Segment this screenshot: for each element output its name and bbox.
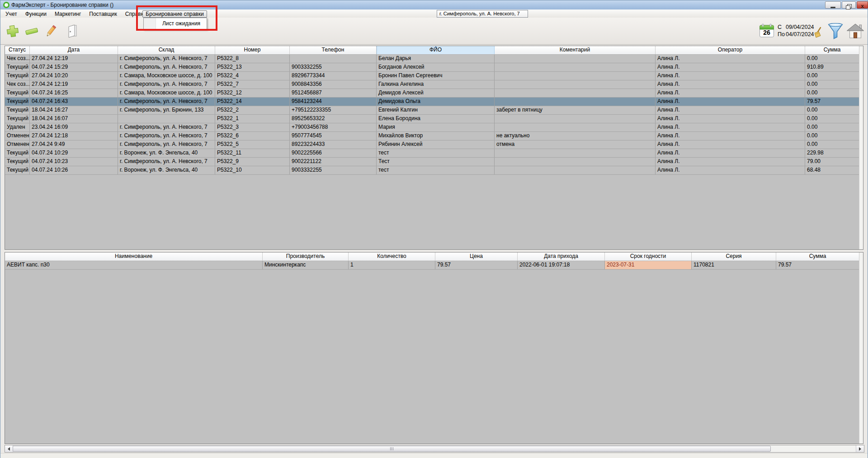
table-cell[interactable]: Текущий	[5, 106, 30, 114]
table-cell[interactable]: Алина Л.	[656, 89, 805, 97]
table-cell[interactable]: 9003332255	[290, 166, 377, 174]
table-cell[interactable]: г. Симферополь, ул. А. Невского, 7	[118, 123, 215, 131]
location-selector[interactable]: г. Симферополь, ул. А. Невского, 7	[437, 10, 528, 18]
table-cell[interactable]: Алина Л.	[656, 149, 805, 157]
table-cell[interactable]: г. Симферополь, ул. А. Невского, 7	[118, 132, 215, 140]
table-cell[interactable]: 0.00	[805, 140, 859, 149]
menu-item-list-ozhidaniya[interactable]: Лист ожидания	[156, 18, 207, 29]
table-row[interactable]: Чек соз...27.04.24 12:19г. Симферополь, …	[5, 55, 863, 63]
column-header[interactable]: ФИО	[377, 46, 495, 54]
table-cell[interactable]: P5322_10	[215, 166, 290, 174]
table-cell[interactable]: 89296773344	[290, 72, 377, 80]
table-cell[interactable]	[495, 80, 656, 89]
table-cell[interactable]: P5322_5	[215, 140, 290, 149]
column-header[interactable]: Склад	[118, 46, 215, 54]
add-button[interactable]	[4, 22, 21, 40]
table-cell[interactable]: Текущий	[5, 89, 30, 97]
table-cell[interactable]: 9002225566	[290, 149, 377, 157]
column-header[interactable]: Наименование	[5, 252, 263, 261]
minimize-button[interactable]	[825, 1, 841, 9]
table-cell[interactable]: Текущий	[5, 63, 30, 71]
table-cell[interactable]: Алина Л.	[656, 63, 805, 71]
close-button[interactable]: x	[857, 1, 868, 9]
table-cell[interactable]	[495, 98, 656, 106]
table-cell[interactable]: 04.07.24 10:26	[30, 166, 118, 174]
table-cell[interactable]: 68.48	[805, 166, 859, 174]
table-cell[interactable]: P5322_1	[215, 115, 290, 123]
table-cell[interactable]: 0.00	[805, 106, 859, 114]
table-cell[interactable]: г. Самара, Московское шоссе, д. 100	[118, 89, 215, 97]
table-cell[interactable]: Бронин Павел Сергеевич	[377, 72, 495, 80]
table-cell[interactable]: Елена Бородина	[377, 115, 495, 123]
table-row[interactable]: АЕВИТ капс. n30Минскинтеркапс179.572022-…	[5, 261, 863, 270]
column-header[interactable]: Серия	[692, 252, 776, 261]
table-cell[interactable]: 910.89	[805, 63, 859, 71]
table-cell[interactable]: 0.00	[805, 123, 859, 131]
table-cell[interactable]	[495, 149, 656, 157]
table-cell[interactable]: P5322_14	[215, 98, 290, 106]
table-cell[interactable]: P5322_11	[215, 149, 290, 157]
table-cell[interactable]: 18.04.24 16:27	[30, 106, 118, 114]
table-row[interactable]: Текущий27.04.24 10:20г. Самара, Московск…	[5, 72, 863, 80]
table-cell[interactable]: 1170821	[692, 261, 776, 269]
table-cell[interactable]: 04.07.24 16:25	[30, 89, 118, 97]
table-cell[interactable]: Рябинин Алексей	[377, 140, 495, 149]
table-cell[interactable]: 9507774545	[290, 132, 377, 140]
table-cell[interactable]: г. Симферополь, ул. А. Невского, 7	[118, 140, 215, 149]
table-cell[interactable]: 229.98	[805, 149, 859, 157]
column-header[interactable]: Количество	[349, 252, 435, 261]
menu-item-2[interactable]: Маркетинг	[51, 10, 85, 18]
table-cell[interactable]: Евгений Калгин	[377, 106, 495, 114]
menu-item-0[interactable]: Учет	[1, 10, 21, 18]
table-cell[interactable]: г. Симферополь, ул. А. Невского, 7	[118, 158, 215, 166]
table-cell[interactable]: Алина Л.	[656, 115, 805, 123]
table-cell[interactable]: 79.57	[776, 261, 859, 269]
table-cell[interactable]: 23.04.24 16:09	[30, 123, 118, 131]
table-cell[interactable]: Текущий	[5, 158, 30, 166]
column-header[interactable]: Телефон	[290, 46, 377, 54]
table-cell[interactable]: г. Самара, Московское шоссе, д. 100	[118, 72, 215, 80]
table-cell[interactable]: 27.04.24 12:19	[30, 55, 118, 63]
column-header[interactable]: Оператор	[656, 46, 805, 54]
clear-filter-button[interactable]	[813, 27, 824, 40]
table-cell[interactable]: 0.00	[805, 55, 859, 63]
table-cell[interactable]: Алина Л.	[656, 72, 805, 80]
table-cell[interactable]: Белан Дарья	[377, 55, 495, 63]
table-cell[interactable]	[495, 63, 656, 71]
table-cell[interactable]: 04.07.24 10:29	[30, 149, 118, 157]
table-cell[interactable]: г. Симферополь, ул. А. Невского, 7	[118, 63, 215, 71]
vertical-scrollbar-track[interactable]	[859, 252, 863, 444]
filter-button[interactable]	[827, 23, 844, 42]
column-header[interactable]: Срок годности	[605, 252, 692, 261]
table-cell[interactable]: 79.57	[435, 261, 518, 269]
column-header[interactable]: Дата	[30, 46, 118, 54]
table-row[interactable]: Текущий18.04.24 16:07P5322_189525653322Е…	[5, 115, 863, 123]
calendar-button[interactable]: 26	[759, 23, 774, 38]
table-cell[interactable]: Демидова Ольга	[377, 98, 495, 106]
table-cell[interactable]: Мария	[377, 123, 495, 131]
scroll-right-button[interactable]	[856, 445, 864, 452]
table-cell[interactable]: 27.04.24 9:49	[30, 140, 118, 149]
table-cell[interactable]: Чек соз...	[5, 55, 30, 63]
table-cell[interactable]: Михайлов Виктор	[377, 132, 495, 140]
table-cell[interactable]: Текущий	[5, 72, 30, 80]
table-cell[interactable]: 0.00	[805, 89, 859, 97]
table-cell[interactable]: 9512456887	[290, 89, 377, 97]
table-cell[interactable]: 2022-06-01 19:07:18	[518, 261, 605, 269]
column-header[interactable]: Номер	[215, 46, 290, 54]
table-cell[interactable]: 04.07.24 10:23	[30, 158, 118, 166]
table-cell[interactable]: 9584123244	[290, 98, 377, 106]
table-cell[interactable]: Богданов Алексей	[377, 63, 495, 71]
table-cell[interactable]: заберет в пятницу	[495, 106, 656, 114]
table-cell[interactable]: Удален	[5, 123, 30, 131]
horizontal-scrollbar[interactable]	[5, 445, 864, 453]
table-cell[interactable]: Текущий	[5, 149, 30, 157]
edit-button[interactable]	[42, 22, 59, 40]
table-cell[interactable]: Алина Л.	[656, 55, 805, 63]
table-cell[interactable]: Алина Л.	[656, 80, 805, 89]
table-cell[interactable]: P5322_12	[215, 89, 290, 97]
table-cell[interactable]: 9002221122	[290, 158, 377, 166]
table-cell[interactable]: Демидов Алексей	[377, 89, 495, 97]
table-row[interactable]: Текущий04.07.24 15:29г. Симферополь, ул.…	[5, 63, 863, 72]
table-cell[interactable]: г. Симферополь, ул. Брюнин, 133	[118, 106, 215, 114]
